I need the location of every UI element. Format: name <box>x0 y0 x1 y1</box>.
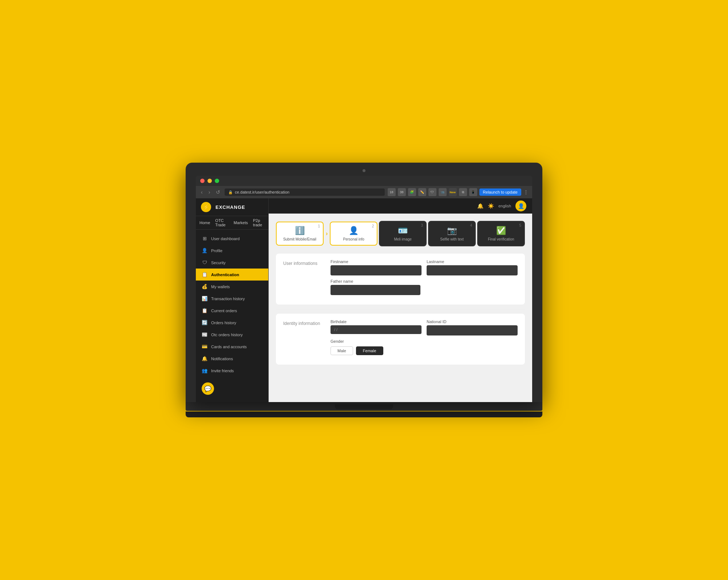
step-3-number: 3 <box>421 223 423 227</box>
camera <box>363 169 365 172</box>
back-button[interactable]: ‹ <box>199 188 204 196</box>
user-info-fields: Firstname Lastname <box>331 259 518 299</box>
laptop-base <box>186 402 542 411</box>
wallets-icon: 💰 <box>202 284 207 289</box>
chat-button[interactable]: 💬 <box>202 382 214 395</box>
step-2-label: Personal info <box>333 237 374 241</box>
birthdate-input[interactable]: / / <box>331 325 422 334</box>
step-4-label: Selfie with text <box>432 237 472 241</box>
gender-label: Gender <box>331 339 518 343</box>
sidebar-item-authentication[interactable]: 📋 Authentication <box>196 269 268 281</box>
relaunch-button[interactable]: Relaunch to update <box>479 188 521 196</box>
national-id-label: National ID <box>427 319 518 324</box>
user-info-layout: User informations Firstname <box>283 259 518 299</box>
sidebar-item-otc-orders[interactable]: 📰 Otc orders history <box>196 329 268 341</box>
ext-1[interactable]: 18 <box>388 188 396 196</box>
lastname-input[interactable] <box>427 265 518 275</box>
stepper: 1 ℹ️ Submit Mobile/Email › 2 👤 Personal <box>276 221 525 246</box>
ext-3[interactable]: 🧩 <box>408 188 416 196</box>
step-4[interactable]: 4 📷 Selfie with text <box>428 221 476 246</box>
invite-icon: 👥 <box>202 368 207 373</box>
step-2[interactable]: 2 👤 Personal info <box>330 222 377 246</box>
step-5[interactable]: 5 ✅ Final verification <box>477 221 525 246</box>
sidebar-label-dashboard: User dashboard <box>211 237 240 241</box>
laptop-wrapper: ‹ › ↺ 🔒 ce.datest.ir/user/authentication… <box>186 163 542 417</box>
step-4-icon: 📷 <box>432 226 472 235</box>
language-selector[interactable]: english <box>498 204 511 208</box>
sidebar-label-wallets: My wallets <box>211 285 230 289</box>
sidebar-nav: ⊞ User dashboard 👤 Profile 🛡 Security <box>196 230 268 395</box>
sidebar-item-wallets[interactable]: 💰 My wallets <box>196 281 268 293</box>
step-5-label: Final verification <box>481 237 521 241</box>
bell-icon[interactable]: 🔔 <box>477 203 483 209</box>
browser-titlebar <box>196 176 532 186</box>
profile-icon: 👤 <box>202 248 207 253</box>
maximize-button[interactable] <box>215 179 219 183</box>
sidebar-item-current-orders[interactable]: 📋 Current orders <box>196 305 268 317</box>
step-arrow-1: › <box>325 230 328 237</box>
nav-p2p[interactable]: P2p trade <box>253 218 265 227</box>
close-button[interactable] <box>200 179 205 183</box>
sun-icon[interactable]: ☀️ <box>488 203 494 209</box>
step-1-icon: ℹ️ <box>280 226 320 235</box>
ext-new[interactable]: New <box>449 188 457 196</box>
step-3[interactable]: 3 🪪 Meli image <box>379 221 427 246</box>
birthdate-placeholder: / / <box>334 327 337 332</box>
dashboard-icon: ⊞ <box>202 236 207 241</box>
orders-history-icon: 🔄 <box>202 320 207 325</box>
address-bar[interactable]: 🔒 ce.datest.ir/user/authentication <box>225 188 384 196</box>
user-info-title: User informations <box>283 259 323 266</box>
sidebar-item-dashboard[interactable]: ⊞ User dashboard <box>196 233 268 245</box>
browser-content: ⚡ EXCHANGE Home OTC Trade Markets P2p tr… <box>196 198 532 402</box>
forward-button[interactable]: › <box>207 188 212 196</box>
ext-7[interactable]: ⧉ <box>459 188 467 196</box>
gender-male-button[interactable]: Male <box>331 346 353 355</box>
ext-8[interactable]: 📱 <box>469 188 477 196</box>
minimize-button[interactable] <box>207 179 212 183</box>
step-1[interactable]: 1 ℹ️ Submit Mobile/Email <box>276 222 324 246</box>
firstname-input[interactable] <box>331 265 422 275</box>
gender-female-button[interactable]: Female <box>356 346 383 355</box>
step-2-icon: 👤 <box>333 226 374 235</box>
father-row: Father name <box>331 279 518 295</box>
national-id-input[interactable] <box>427 325 518 335</box>
ext-5[interactable]: 🛡 <box>428 188 436 196</box>
auth-icon: 📋 <box>202 272 207 277</box>
name-row: Firstname Lastname <box>331 259 518 275</box>
avatar[interactable]: 👤 <box>515 200 526 211</box>
identity-info-fields: Birthdate / / National ID <box>331 319 518 359</box>
ext-2[interactable]: 38 <box>398 188 406 196</box>
app-layout: ⚡ EXCHANGE Home OTC Trade Markets P2p tr… <box>196 198 532 402</box>
nav-otc[interactable]: OTC Trade <box>215 218 229 227</box>
sidebar-item-transactions[interactable]: 📊 Transaction history <box>196 293 268 305</box>
header-right: 🔔 ☀️ english 👤 <box>477 200 526 211</box>
step-5-icon: ✅ <box>481 226 521 235</box>
ext-6[interactable]: 📹 <box>439 188 447 196</box>
gender-row: Gender Male Female <box>331 339 518 355</box>
sidebar-item-invite[interactable]: 👥 Invite friends <box>196 365 268 377</box>
menu-dots[interactable]: ⋮ <box>523 189 529 195</box>
sidebar-item-security[interactable]: 🛡 Security <box>196 257 268 269</box>
gender-group: Gender Male Female <box>331 339 518 355</box>
sidebar-item-orders-history[interactable]: 🔄 Orders history <box>196 317 268 329</box>
fathername-input[interactable] <box>331 285 420 295</box>
sidebar-label-notifications: Notifications <box>211 357 233 361</box>
lastname-group: Lastname <box>427 259 518 275</box>
reload-button[interactable]: ↺ <box>214 188 222 196</box>
chat-area: 💬 <box>196 395 268 402</box>
identity-info-title: Identity information <box>283 319 323 326</box>
sidebar-item-profile[interactable]: 👤 Profile <box>196 245 268 257</box>
user-info-section: User informations Firstname <box>276 254 525 305</box>
sidebar-item-notifications[interactable]: 🔔 Notifications <box>196 353 268 365</box>
nav-home[interactable]: Home <box>199 221 210 225</box>
browser-toolbar: ‹ › ↺ 🔒 ce.datest.ir/user/authentication… <box>196 186 532 198</box>
cards-icon: 💳 <box>202 344 207 349</box>
sidebar-item-cards[interactable]: 💳 Cards and accounts <box>196 341 268 353</box>
nav-markets[interactable]: Markets <box>234 221 248 225</box>
sidebar-label-security: Security <box>211 261 226 265</box>
sidebar-label-orders-history: Orders history <box>211 321 236 325</box>
top-nav: Home OTC Trade Markets P2p trade <box>196 216 268 230</box>
ext-4[interactable]: ✏️ <box>418 188 426 196</box>
sidebar-label-authentication: Authentication <box>211 273 239 277</box>
notifications-icon: 🔔 <box>202 356 207 361</box>
